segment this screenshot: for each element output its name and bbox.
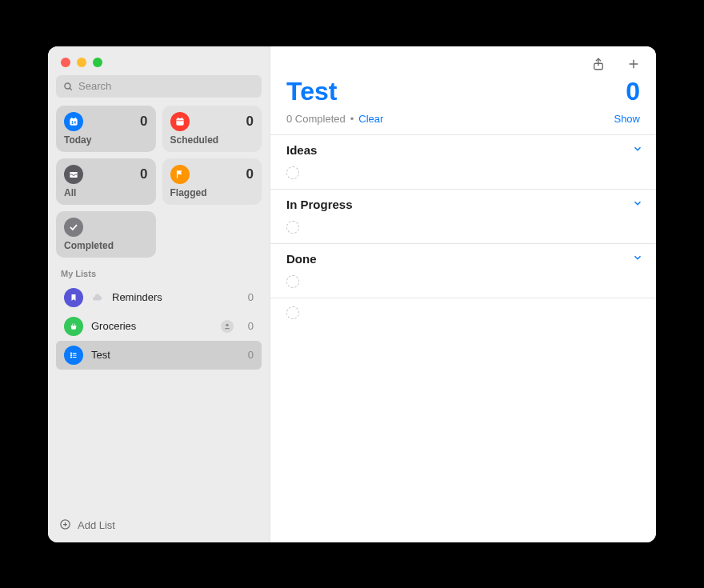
my-lists: Reminders 0 Groceries 0 Test 0 [48,283,270,370]
list-item-count: 0 [248,291,254,303]
check-icon [64,218,83,237]
svg-line-1 [70,88,72,90]
svg-rect-4 [71,117,72,118]
close-window-button[interactable] [61,58,70,67]
smart-list-today[interactable]: 14 0 Today [56,106,156,152]
svg-rect-7 [176,118,183,125]
new-reminder-slot[interactable] [270,216,656,243]
zoom-window-button[interactable] [93,58,102,67]
list-item-label: Groceries [91,320,213,332]
search-input[interactable] [74,80,255,92]
section-title: Done [286,252,317,266]
section-title: Ideas [286,143,317,157]
basket-list-icon [64,317,83,336]
svg-point-16 [70,356,72,358]
main-pane: Test 0 0 Completed • Clear Show Ideas [270,46,656,542]
window-controls [48,46,270,75]
smart-list-all-label: All [64,187,148,198]
minimize-window-button[interactable] [77,58,86,67]
show-button[interactable]: Show [614,113,640,125]
add-list-button[interactable]: Add List [48,510,270,542]
new-reminder-slot[interactable] [270,298,656,327]
smart-list-scheduled[interactable]: 0 Scheduled [162,106,262,152]
smart-list-scheduled-label: Scheduled [170,134,254,146]
reminder-circle-icon [286,166,299,179]
list-item-label: Test [91,349,240,361]
smart-list-flagged-label: Flagged [170,187,254,198]
calendar-icon [170,112,190,131]
reminder-circle-icon [286,221,299,234]
section-ideas: Ideas [270,134,656,189]
smart-list-today-count: 0 [140,114,147,130]
smart-list-scheduled-count: 0 [246,114,254,130]
list-title: Test [286,77,337,106]
plus-circle-icon [59,518,71,533]
list-item-groceries[interactable]: Groceries 0 [56,312,262,341]
search-field[interactable] [56,75,262,98]
smart-list-completed-label: Completed [64,240,148,251]
svg-rect-10 [181,117,182,118]
cloud-icon [91,291,104,304]
list-total-count: 0 [626,77,640,106]
smart-list-completed[interactable]: Completed [56,211,156,258]
chevron-down-icon[interactable] [632,198,645,210]
smart-list-flagged-count: 0 [246,166,254,182]
list-item-count: 0 [248,320,254,332]
add-list-label: Add List [78,519,115,531]
svg-point-14 [70,354,72,356]
svg-text:14: 14 [71,119,76,124]
toolbar [270,46,656,77]
app-window: 14 0 Today 0 Scheduled [48,46,656,542]
add-reminder-button[interactable] [626,56,642,72]
sidebar: 14 0 Today 0 Scheduled [48,46,270,542]
section-done: Done [270,243,656,298]
svg-point-11 [226,323,228,326]
my-lists-header: My Lists [48,258,270,283]
svg-rect-9 [178,117,178,118]
new-reminder-slot[interactable] [270,162,656,189]
flag-icon [170,165,190,184]
completed-count-text: 0 Completed [286,113,346,125]
share-button[interactable] [590,56,606,72]
tray-icon [64,165,83,184]
smart-list-all[interactable]: 0 All [56,158,156,205]
list-item-test[interactable]: Test 0 [56,341,262,370]
section-in-progress: In Progress [270,189,656,243]
bullet-list-icon [64,346,83,365]
reminder-circle-icon [286,306,299,319]
list-item-count: 0 [248,349,254,361]
svg-point-0 [65,82,70,88]
bookmark-list-icon [64,288,83,307]
smart-list-all-count: 0 [140,166,147,182]
new-reminder-slot[interactable] [270,270,656,298]
list-subheader: 0 Completed • Clear Show [270,110,656,134]
list-header: Test 0 [270,77,656,110]
chevron-down-icon[interactable] [632,143,645,156]
svg-rect-5 [75,117,76,118]
smart-lists: 14 0 Today 0 Scheduled [48,106,270,258]
smart-list-flagged[interactable]: 0 Flagged [162,158,262,205]
search-icon [62,81,74,92]
calendar-today-icon: 14 [64,112,83,131]
clear-button[interactable]: Clear [358,113,383,125]
reminder-circle-icon [286,275,299,288]
list-item-label: Reminders [112,291,240,303]
section-title: In Progress [286,198,353,211]
smart-list-today-label: Today [64,134,148,146]
chevron-down-icon[interactable] [632,252,645,265]
list-item-reminders[interactable]: Reminders 0 [56,283,262,312]
svg-point-12 [70,352,72,354]
shared-icon [221,320,234,333]
